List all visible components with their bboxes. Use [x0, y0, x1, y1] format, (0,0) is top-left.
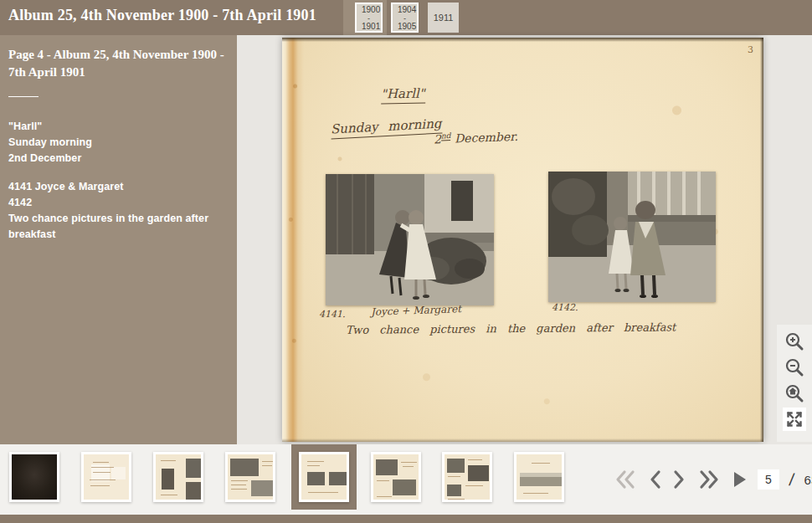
thumbnail-page-6[interactable]	[371, 452, 421, 502]
zoom-in-button[interactable]	[783, 330, 806, 353]
last-page-button[interactable]	[697, 469, 721, 490]
first-page-button[interactable]	[614, 469, 637, 490]
home-zoom-icon	[784, 382, 805, 404]
album-tab-1904-1905[interactable]: 1904 - 1905	[391, 3, 419, 33]
album-page-image[interactable]: 3 "Harll" Sunday morning 2nd December.	[282, 38, 763, 442]
album-viewer-app: Album 25, 4th November 1900 - 7th April …	[0, 0, 812, 523]
next-page-button[interactable]	[672, 469, 687, 490]
zoom-control-panel	[777, 325, 812, 442]
detail-block: 4141 Joyce & Margaret 4142 Two chance pi…	[8, 179, 225, 243]
thumbnail-page-2[interactable]	[81, 452, 131, 502]
viewer-canvas[interactable]: 3 "Harll" Sunday morning 2nd December.	[237, 35, 812, 444]
thumbnail-strip: / 63	[0, 444, 812, 515]
handwritten-title: "Harll"	[381, 86, 425, 105]
caption-line: "Harll"	[8, 119, 225, 135]
play-slideshow-button[interactable]	[731, 469, 748, 490]
tab-year-top: 1900	[362, 5, 380, 14]
page-heading: Page 4 - Album 25, 4th November 1900 - 7…	[8, 46, 225, 81]
thumbnail-page-8[interactable]	[514, 452, 564, 502]
header-bar: Album 25, 4th November 1900 - 7th April …	[0, 0, 812, 35]
handwritten-photo-names: Joyce + Margaret	[371, 303, 461, 318]
tab-year-bottom: 1905	[398, 22, 416, 31]
caption-block: "Harll" Sunday morning 2nd December	[8, 119, 225, 167]
thumbnail-page-5[interactable]	[291, 444, 357, 510]
zoom-out-icon	[784, 356, 805, 378]
handwritten-bottom-caption: Two chance pictures in the garden after …	[346, 320, 697, 336]
handwritten-subtitle: Sunday morning	[331, 116, 442, 140]
thumbnail-page-4[interactable]	[225, 452, 275, 502]
thumbnail-image	[9, 452, 59, 502]
thumbnail-image	[514, 452, 564, 502]
page-number-input[interactable]	[758, 469, 779, 490]
thumbnail-image	[442, 452, 492, 502]
zoom-in-icon	[784, 331, 805, 352]
tab-year-bottom: 1901	[362, 22, 380, 31]
thumbnail-image	[153, 452, 203, 502]
page-total-label: 63	[804, 473, 812, 487]
sidebar: Page 4 - Album 25, 4th November 1900 - 7…	[0, 35, 237, 444]
thumbnail-image	[225, 452, 275, 502]
page-bottom-edge	[282, 438, 763, 442]
detail-line: Two chance pictures in the garden after …	[8, 211, 225, 243]
fullscreen-icon	[784, 409, 804, 429]
caption-line: 2nd December	[8, 151, 225, 167]
album-title: Album 25, 4th November 1900 - 7th April …	[8, 7, 316, 24]
thumbnail-image	[81, 452, 131, 502]
page-binding-edge	[282, 38, 304, 442]
detail-line: 4141 Joyce & Margaret	[8, 179, 225, 195]
fullscreen-button[interactable]	[783, 408, 806, 431]
page-separator: /	[788, 470, 795, 490]
next-page-icon	[672, 469, 687, 490]
thumbnail-image	[371, 452, 421, 502]
handwritten-date: 2nd December.	[434, 129, 518, 146]
thumbnail-page-1[interactable]	[9, 452, 59, 502]
page-right-edge	[760, 38, 763, 442]
album-tab-1911[interactable]: 1911	[428, 3, 459, 33]
handwritten-photo-number-right: 4142.	[552, 302, 578, 313]
handwritten-page-number: 3	[748, 44, 753, 55]
first-page-icon	[614, 469, 637, 490]
thumbnail-page-3[interactable]	[153, 452, 203, 502]
album-tab-1900-1901[interactable]: 1900 - 1901	[355, 3, 383, 33]
caption-line: Sunday morning	[8, 135, 225, 151]
thumbnail-page-7[interactable]	[442, 452, 492, 502]
page-top-edge	[282, 38, 763, 42]
last-page-icon	[697, 469, 721, 490]
photo-girls-from-behind	[548, 172, 716, 302]
photo-joyce-margaret-kissing	[326, 174, 494, 305]
previous-page-button[interactable]	[647, 469, 662, 490]
pagination-controls: / 63	[614, 444, 812, 515]
bottom-bar	[0, 515, 812, 523]
detail-line: 4142	[8, 195, 225, 211]
tab-year-top: 1904	[398, 5, 416, 14]
zoom-out-button[interactable]	[783, 356, 806, 379]
previous-page-icon	[647, 469, 662, 490]
handwritten-photo-number-left: 4141.	[319, 309, 346, 320]
thumbnail-image	[299, 452, 349, 502]
reset-zoom-button[interactable]	[783, 382, 806, 405]
play-icon	[731, 469, 748, 490]
heading-divider	[8, 96, 39, 97]
